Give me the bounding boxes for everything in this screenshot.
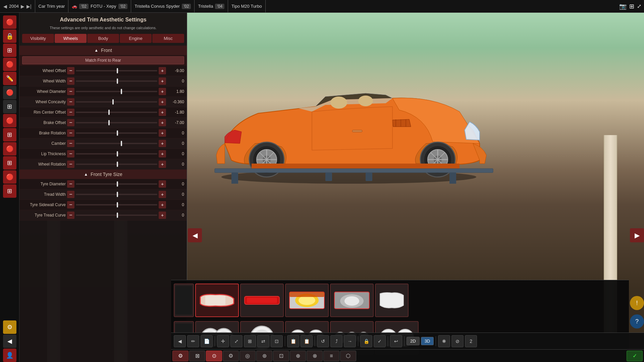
sidebar-icon-1[interactable]: 🔴 [3, 15, 16, 29]
toolbar-fan[interactable]: ❋ [438, 335, 450, 347]
sidebar-icon-10[interactable]: 🔴 [3, 142, 16, 156]
wheel-offset-plus[interactable]: + [159, 67, 166, 74]
car-tristella-corvus[interactable]: Tristella Corvus Spyder '02 [131, 0, 195, 12]
nav-right-arrow[interactable]: ▶ [630, 228, 644, 242]
sidebar-settings-icon[interactable]: ⚙ [3, 320, 16, 334]
brake-rotation-plus[interactable]: + [159, 129, 166, 137]
sidebar-icon-9[interactable]: ⊞ [3, 128, 16, 141]
wheel-offset-track[interactable] [76, 70, 157, 71]
tyre-tread-plus[interactable]: + [159, 212, 166, 219]
alert-button[interactable]: ! [630, 296, 644, 310]
tyre-sidewall-minus[interactable]: − [67, 201, 74, 208]
part-item-taillight-2[interactable] [240, 284, 284, 317]
wheel-concavity-minus[interactable]: − [67, 98, 74, 106]
rim-center-track[interactable] [76, 112, 157, 113]
part-item-taillight-1[interactable] [195, 284, 239, 317]
sidebar-bottom-icon[interactable]: 👤 [3, 349, 16, 362]
grid-icon[interactable]: ⊞ [629, 3, 634, 10]
toolbar-move[interactable]: ✛ [217, 335, 229, 347]
sidebar-icon-7[interactable]: ⊞ [3, 100, 16, 113]
car-fotu[interactable]: 🚗 '02 FOTU - Xepy '02 [68, 0, 131, 12]
rim-center-minus[interactable]: − [67, 109, 74, 116]
bottom-nav-brake[interactable]: ◎ [239, 351, 256, 361]
tyre-sidewall-track[interactable] [76, 204, 157, 205]
wheel-diameter-track[interactable] [76, 91, 157, 92]
lip-thickness-plus[interactable]: + [159, 150, 166, 158]
bottom-nav-paint[interactable]: ⬡ [340, 351, 356, 361]
tread-width-track[interactable] [76, 194, 157, 195]
brake-offset-minus[interactable]: − [67, 119, 74, 126]
sidebar-icon-4[interactable]: 🔴 [3, 58, 16, 71]
toolbar-num[interactable]: 2 [465, 335, 477, 347]
tab-body[interactable]: Body [87, 34, 119, 43]
wheel-rotation-plus[interactable]: + [159, 161, 166, 168]
view-2d-button[interactable]: 2D [407, 337, 420, 345]
bottom-nav-engine[interactable]: ⚙ [172, 351, 189, 361]
sidebar-icon-2[interactable]: 🔒 [3, 29, 16, 43]
tab-engine[interactable]: Engine [120, 34, 152, 43]
toolbar-copy[interactable]: ⊡ [271, 335, 283, 347]
bottom-nav-gear[interactable]: ⚙ [223, 351, 239, 361]
toolbar-arrow-left[interactable]: ◀ [174, 335, 186, 347]
toolbar-paste2[interactable]: 📋 [301, 335, 313, 347]
wheel-rotation-track[interactable] [76, 164, 157, 165]
help-button[interactable]: ? [630, 314, 644, 328]
camber-track[interactable] [76, 143, 157, 144]
tread-width-plus[interactable]: + [159, 191, 166, 198]
tread-width-minus[interactable]: − [67, 191, 74, 198]
nav-left-arrow[interactable]: ◀ [188, 228, 202, 242]
tyre-diameter-track[interactable] [76, 183, 157, 185]
tyre-diameter-minus[interactable]: − [67, 180, 74, 188]
sidebar-icon-6[interactable]: 🔴 [3, 86, 16, 99]
nav-forward[interactable]: ▶ [21, 4, 24, 9]
bottom-nav-chassis[interactable]: ⊠ [189, 351, 205, 361]
wheel-diameter-minus[interactable]: − [67, 88, 74, 95]
car-tristella[interactable]: Tristella '04 [195, 0, 228, 12]
sidebar-back-icon[interactable]: ◀ [3, 335, 16, 348]
sidebar-icon-5[interactable]: ✏️ [3, 72, 16, 85]
bottom-nav-aero[interactable]: ⊡ [273, 351, 289, 361]
nav-skip[interactable]: ▶| [26, 4, 32, 9]
part-item-partial[interactable] [174, 284, 194, 317]
sidebar-icon-8[interactable]: 🔴 [3, 114, 16, 127]
tab-wheels[interactable]: Wheels [55, 34, 87, 43]
wheel-concavity-plus[interactable]: + [159, 98, 166, 106]
brake-rotation-minus[interactable]: − [67, 129, 74, 137]
camber-minus[interactable]: − [67, 140, 74, 147]
lip-thickness-track[interactable] [76, 153, 157, 155]
sidebar-icon-12[interactable]: 🔴 [3, 170, 16, 184]
brake-offset-plus[interactable]: + [159, 119, 166, 126]
part-item-plain[interactable] [375, 284, 409, 317]
lip-thickness-minus[interactable]: − [67, 150, 74, 158]
toolbar-flip[interactable]: ⇄ [257, 335, 269, 347]
part-item-headlight-2[interactable] [330, 284, 374, 317]
toolbar-grid[interactable]: ⊞ [244, 335, 256, 347]
wheel-width-plus[interactable]: + [159, 77, 166, 85]
toolbar-paste[interactable]: 📋 [287, 335, 299, 347]
expand-icon[interactable]: ⤢ [637, 3, 641, 9]
toolbar-undo[interactable]: ↩ [390, 335, 402, 347]
toolbar-undo-arrow[interactable]: ↺ [317, 335, 329, 347]
tab-visibility[interactable]: Visibility [22, 34, 54, 43]
bottom-nav-assist[interactable]: ⊗ [307, 351, 323, 361]
toolbar-page[interactable]: 📄 [201, 335, 213, 347]
sidebar-icon-3[interactable]: ⊞ [3, 44, 16, 57]
wheel-rotation-minus[interactable]: − [67, 161, 74, 168]
wheel-diameter-plus[interactable]: + [159, 88, 166, 95]
tab-misc[interactable]: Misc [152, 34, 184, 43]
rim-center-plus[interactable]: + [159, 109, 166, 116]
wheel-offset-minus[interactable]: − [67, 67, 74, 74]
camera-icon[interactable]: 📷 [619, 3, 627, 10]
bottom-nav-misc2[interactable]: ≡ [323, 351, 339, 361]
wheel-width-minus[interactable]: − [67, 77, 74, 85]
match-front-rear-button[interactable]: Match Front to Rear [22, 56, 184, 64]
toolbar-move2[interactable]: ⤢ [230, 335, 243, 347]
toolbar-no[interactable]: ⊘ [451, 335, 464, 347]
bottom-nav-steering[interactable]: ⊕ [290, 351, 306, 361]
wheel-concavity-track[interactable] [76, 101, 157, 103]
toolbar-redo-arrow[interactable]: ⤴ [330, 335, 342, 347]
part-item-headlight-1[interactable] [285, 284, 329, 317]
view-3d-button[interactable]: 3D [421, 337, 434, 345]
tyre-tread-track[interactable] [76, 215, 157, 216]
camber-plus[interactable]: + [159, 140, 166, 147]
